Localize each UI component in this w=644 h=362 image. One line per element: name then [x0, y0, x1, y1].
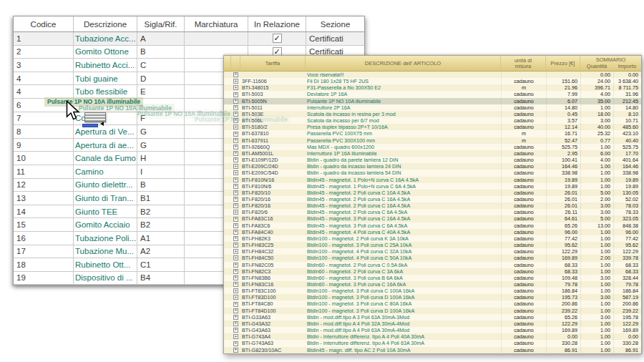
- column-header[interactable]: Sigla/Rif.: [137, 16, 185, 31]
- expand-plus-icon[interactable]: +: [233, 157, 238, 162]
- price-row[interactable]: + BTI-F820/16 Btdin45 - magnetot. 2 Poli…: [224, 196, 641, 202]
- price-row[interactable]: + BTI-G743A63 Btdin - Interruttore diffe…: [224, 340, 641, 346]
- price-row[interactable]: + BTI-FT83D100 Btdin100 - magnetot. 3 Po…: [224, 294, 641, 300]
- column-header[interactable]: Marchiatura: [185, 16, 248, 31]
- column-header[interactable]: Sezione: [306, 16, 364, 31]
- header-descrizione[interactable]: DESCRIZIONE dell' ARTICOLO: [306, 56, 501, 71]
- expand-plus-icon[interactable]: +: [233, 72, 238, 77]
- price-row[interactable]: + BTI-348015 F31-Passerella a filo 300X5…: [224, 84, 641, 91]
- price-row[interactable]: + BTI-E109P/12D Btdin - quadro da parete…: [224, 157, 641, 163]
- price-row[interactable]: + BTI-FA83C16 Btdin45 - magnetot. 3 Poli…: [224, 215, 641, 222]
- cell-unita-misura: cadauno: [501, 308, 546, 314]
- table-row[interactable]: 1 Tubazione Acc... A Certificati: [14, 32, 364, 46]
- expand-plus-icon[interactable]: +: [233, 184, 238, 189]
- price-row[interactable]: + BTI-AM5001L Interruttore 1P 16A illumi…: [224, 150, 641, 157]
- in-relazione-checkbox[interactable]: [273, 34, 282, 43]
- price-row[interactable]: + BTI-FT84C80 Btdin100 - magnetot. 3 Pol…: [224, 300, 641, 307]
- column-header[interactable]: Descrizione: [74, 16, 137, 31]
- expand-plus-icon[interactable]: +: [233, 92, 238, 97]
- expand-plus-icon[interactable]: +: [233, 302, 238, 307]
- price-row[interactable]: + BTI-5011 Interruttore 2P 16A cadauno 1…: [224, 104, 641, 111]
- price-row[interactable]: + BTI-637911 Passerella PVC 300X100 mm m…: [224, 137, 641, 144]
- expand-plus-icon[interactable]: +: [233, 230, 238, 235]
- expand-plus-icon[interactable]: +: [233, 145, 238, 150]
- expand-plus-icon[interactable]: +: [233, 315, 238, 320]
- price-row[interactable]: + BTI-FT83C100 Btdin100 - magnetot. 3 Po…: [224, 288, 641, 294]
- price-row[interactable]: + BTI-E209C/54D Btdin - quadro da incass…: [224, 170, 641, 176]
- expand-plus-icon[interactable]: +: [233, 105, 238, 110]
- expand-plus-icon[interactable]: +: [233, 308, 238, 313]
- price-row[interactable]: + BTI-FH84C32 Btdin100 - magnetot. 4 Pol…: [224, 248, 641, 255]
- column-header[interactable]: In Relazione: [248, 16, 306, 31]
- price-row[interactable]: + BTI-5180/2 Presa duplex bipasso 2P+T 1…: [224, 124, 641, 130]
- price-row[interactable]: + BTI-FA84C40 Btdin45 - magnetot. 4 Poli…: [224, 229, 641, 235]
- expand-plus-icon[interactable]: +: [233, 255, 238, 260]
- header-prezzo[interactable]: Prezzo [€]: [546, 56, 580, 71]
- expand-plus-icon[interactable]: +: [233, 203, 238, 208]
- expand-plus-icon[interactable]: +: [233, 124, 238, 129]
- expand-plus-icon[interactable]: +: [233, 151, 238, 156]
- expand-plus-icon[interactable]: +: [233, 348, 238, 353]
- price-row[interactable]: + BTI-F820/16 Btdin45 - magnetot. 2 Poli…: [224, 202, 641, 209]
- price-row[interactable]: + BTI-FN83C16 Btdin60 - magnetot. 3 Poli…: [224, 281, 641, 288]
- price-row[interactable]: + BTI-FN82C05 Btdin60 - magnetot. 2 Poli…: [224, 262, 641, 268]
- expand-plus-icon[interactable]: +: [233, 275, 238, 280]
- expand-plus-icon[interactable]: +: [233, 99, 238, 104]
- expand-plus-icon[interactable]: +: [233, 132, 238, 137]
- price-row[interactable]: + BTI-637810 Passerella PVC 100X75 mm m …: [224, 130, 641, 137]
- price-row[interactable]: + BTI-E209C/24D Btdin - quadro da incass…: [224, 163, 641, 170]
- price-row[interactable]: + BTI-5003 Deviatore 1P 16A cadauno 7.99…: [224, 91, 641, 97]
- expand-plus-icon[interactable]: +: [233, 236, 238, 241]
- expand-plus-icon[interactable]: +: [233, 243, 238, 248]
- expand-plus-icon[interactable]: +: [233, 249, 238, 254]
- price-row[interactable]: + BTI-G743A4 Btdin - Interruttore differ…: [224, 333, 641, 340]
- row-expand-cell: +: [231, 91, 240, 97]
- header-tariffa[interactable]: Tariffa: [240, 56, 306, 71]
- price-row[interactable]: + BTI-FH82K3 Btdin100 - magnetot. 2 Poli…: [224, 235, 641, 242]
- expand-plus-icon[interactable]: +: [233, 210, 238, 215]
- expand-plus-icon[interactable]: +: [233, 85, 238, 90]
- expand-plus-icon[interactable]: +: [233, 328, 238, 333]
- expand-plus-icon[interactable]: +: [233, 321, 238, 326]
- header-quantita[interactable]: Quantità: [580, 63, 613, 71]
- price-row[interactable]: + BTI-G43A32 Btdin - mod.diff.tipo A 4 P…: [224, 321, 641, 327]
- expand-plus-icon[interactable]: +: [233, 334, 238, 339]
- price-row[interactable]: + BTI-FA83C6 Btdin45 - magnetot. 3 Poli …: [224, 222, 641, 229]
- expand-plus-icon[interactable]: +: [233, 269, 238, 274]
- price-row[interactable]: + BTI-G33A63 Btdin - mod.diff.tipo A 3 P…: [224, 314, 641, 321]
- price-row[interactable]: + BTI-FN82C3 Btdin60 - magnetot. 2 Poli …: [224, 268, 641, 275]
- expand-plus-icon[interactable]: +: [233, 170, 238, 175]
- price-row[interactable]: + BTI-FH83C25 Btdin100 - magnetot. 3 Pol…: [224, 242, 641, 248]
- expand-plus-icon[interactable]: +: [233, 138, 238, 143]
- price-row[interactable]: + BTI-G8230/10AC Btdin45 - magn. diff. t…: [224, 347, 641, 353]
- expand-plus-icon[interactable]: +: [233, 341, 238, 346]
- cell-importo: 328.44: [613, 275, 641, 281]
- price-row[interactable]: + BTI-FN83B6 Btdin60 - magnetot. 3 Poli …: [224, 275, 641, 281]
- expand-plus-icon[interactable]: +: [233, 190, 238, 195]
- price-row[interactable]: + BTI-F810N/6 Btdin45 - magnetot. 1 Polo…: [224, 183, 641, 190]
- header-unita-misura[interactable]: unità di misura: [501, 56, 546, 71]
- price-row[interactable]: + BTI-FT84D100 Btdin100 - magnetot. 3 Po…: [224, 308, 641, 314]
- price-row[interactable]: + BTI-F820/10 Btdin45 - magnetot. 2 Poli…: [224, 190, 641, 196]
- expand-plus-icon[interactable]: +: [233, 217, 238, 222]
- column-header[interactable]: Codice: [14, 16, 74, 31]
- price-row[interactable]: + BTI-F810N/16 Btdin45 - magnetot. 1 Pol…: [224, 177, 641, 183]
- price-row[interactable]: + BTI-FH84C50 Btdin100 - magnetot. 4 Pol…: [224, 255, 641, 261]
- expand-plus-icon[interactable]: +: [233, 79, 238, 84]
- expand-plus-icon[interactable]: +: [233, 197, 238, 202]
- price-row[interactable]: + BTI-5005N Pulsante 1P NO 10A illuminab…: [224, 98, 641, 104]
- header-importo[interactable]: Importo: [613, 63, 641, 71]
- expand-plus-icon[interactable]: +: [233, 263, 238, 268]
- price-row[interactable]: + BTI-G43A63 Btdin - mod.diff.tipo A 4 P…: [224, 327, 641, 333]
- price-row[interactable]: + 3FF-11606 Fil DI 180 1x28 T5 HF 2US ca…: [224, 78, 641, 84]
- price-row[interactable]: + BTI-92660Q Mas MDX - quadro 600x1200 c…: [224, 144, 641, 150]
- expand-plus-icon[interactable]: +: [233, 177, 238, 182]
- price-row[interactable]: + BTI-F820/6 Btdin45 - magnetot. 2 Poli …: [224, 209, 641, 215]
- cell-importo: 52.02: [613, 196, 641, 202]
- expand-plus-icon[interactable]: +: [233, 295, 238, 300]
- expand-plus-icon[interactable]: +: [233, 223, 238, 228]
- price-row[interactable]: + Voce riservata!!! 0.00 0.00: [224, 72, 641, 78]
- expand-plus-icon[interactable]: +: [233, 164, 238, 169]
- expand-plus-icon[interactable]: +: [233, 288, 238, 293]
- expand-plus-icon[interactable]: +: [233, 282, 238, 287]
